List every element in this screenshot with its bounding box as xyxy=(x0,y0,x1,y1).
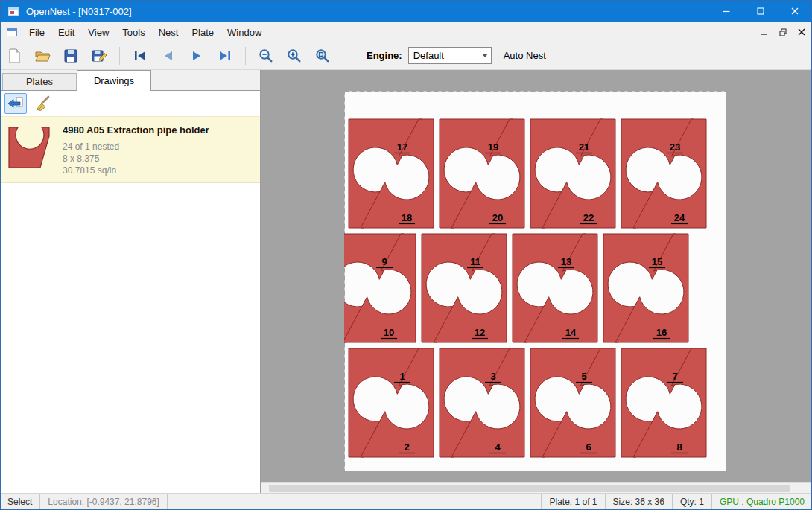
toolbar-separator xyxy=(245,47,246,65)
scrollbar-thumb[interactable] xyxy=(269,485,790,492)
part-number-label: 1 xyxy=(399,371,405,382)
drawing-info: 4980 A05 Extraction pipe holder 24 of 1 … xyxy=(63,123,209,176)
mdi-restore-icon xyxy=(779,28,787,36)
status-bar: Select Location: [-0.9437, 21.8796] Plat… xyxy=(0,493,812,510)
mdi-minimize-button[interactable] xyxy=(756,25,773,39)
first-plate-button[interactable] xyxy=(127,44,153,68)
drawings-toolbar xyxy=(0,91,260,116)
status-size: Size: 36 x 36 xyxy=(606,494,673,510)
part-number-label: 10 xyxy=(384,327,394,338)
part-number-label: 19 xyxy=(488,141,498,153)
maximize-button[interactable] xyxy=(743,0,778,22)
status-spacer xyxy=(168,494,542,510)
drawing-area: 30.7815 sq/in xyxy=(63,165,209,176)
menu-item-edit[interactable]: Edit xyxy=(51,24,81,41)
save-edit-icon xyxy=(91,48,107,64)
zoom-out-button[interactable] xyxy=(253,44,279,68)
mdi-close-icon xyxy=(798,28,805,36)
plate-sheet[interactable]: 171819202122232491011121314151612345678 xyxy=(344,91,726,471)
next-plate-button[interactable] xyxy=(183,44,210,68)
part-number-label: 7 xyxy=(672,371,677,382)
part-number-label: 8 xyxy=(676,442,682,453)
part-number-label: 6 xyxy=(586,442,591,453)
menu-item-tools[interactable]: Tools xyxy=(115,24,151,41)
drawing-list-item[interactable]: 4980 A05 Extraction pipe holder 24 of 1 … xyxy=(0,116,260,183)
previous-icon xyxy=(160,48,177,64)
zoom-in-icon xyxy=(286,48,302,64)
drawing-size: 8 x 8.375 xyxy=(63,153,209,165)
part-number-label: 3 xyxy=(490,371,495,382)
mdi-document-icon xyxy=(6,26,18,38)
save-button[interactable] xyxy=(57,44,84,68)
next-icon xyxy=(188,48,205,64)
engine-selected-value: Default xyxy=(409,50,479,61)
engine-select[interactable]: Default xyxy=(408,47,492,64)
new-document-icon xyxy=(6,48,22,64)
engine-label: Engine: xyxy=(367,50,402,61)
part-number-label: 5 xyxy=(581,371,586,382)
save-as-button[interactable] xyxy=(86,44,112,68)
app-icon xyxy=(7,4,20,18)
menu-item-file[interactable]: File xyxy=(22,24,51,41)
zoom-out-icon xyxy=(258,48,274,64)
menu-item-plate[interactable]: Plate xyxy=(185,24,221,41)
open-folder-icon xyxy=(34,48,51,64)
clear-button[interactable] xyxy=(31,93,54,114)
save-icon xyxy=(63,48,79,64)
status-mode: Select xyxy=(0,494,40,510)
tab-strip: Plates Drawings xyxy=(0,70,260,91)
part-number-label: 18 xyxy=(402,212,412,223)
part-number-label: 9 xyxy=(381,256,387,267)
maximize-icon xyxy=(757,7,764,15)
open-button[interactable] xyxy=(29,44,56,68)
part-number-label: 11 xyxy=(470,256,480,267)
part-number-label: 4 xyxy=(495,442,501,453)
previous-plate-button[interactable] xyxy=(155,44,182,68)
minimize-icon xyxy=(723,7,730,15)
menu-bar: File Edit View Tools Nest Plate Window xyxy=(0,22,812,42)
title-bar: OpenNest - [N0317-002] xyxy=(0,0,812,22)
last-icon xyxy=(217,48,233,64)
part-number-label: 2 xyxy=(404,442,409,453)
part-thumbnail xyxy=(7,123,51,169)
new-button[interactable] xyxy=(1,44,28,68)
nest-canvas[interactable]: 171819202122232491011121314151612345678 xyxy=(261,70,812,482)
last-plate-button[interactable] xyxy=(212,44,238,68)
tab-drawings[interactable]: Drawings xyxy=(77,70,151,91)
tab-plates[interactable]: Plates xyxy=(2,73,77,90)
status-qty: Qty: 1 xyxy=(673,494,712,510)
mdi-restore-button[interactable] xyxy=(775,25,791,39)
arrow-left-page-icon xyxy=(7,95,25,112)
auto-nest-button[interactable]: Auto Nest xyxy=(504,50,546,61)
minimize-button[interactable] xyxy=(709,0,743,22)
status-location: Location: [-0.9437, 21.8796] xyxy=(40,494,168,510)
part-number-label: 22 xyxy=(583,212,594,223)
status-plate: Plate: 1 of 1 xyxy=(542,494,605,510)
drawing-title: 4980 A05 Extraction pipe holder xyxy=(63,124,209,136)
zoom-in-button[interactable] xyxy=(281,44,308,68)
send-to-nest-button[interactable] xyxy=(4,93,27,114)
window-title: OpenNest - [N0317-002] xyxy=(26,6,709,17)
horizontal-scrollbar[interactable] xyxy=(261,482,812,493)
status-gpu: GPU : Quadro P1000 xyxy=(712,494,812,510)
menu-item-window[interactable]: Window xyxy=(221,24,268,41)
part-number-label: 21 xyxy=(579,141,589,153)
menu-item-view[interactable]: View xyxy=(81,24,115,41)
part-number-label: 14 xyxy=(565,327,577,338)
part-number-label: 20 xyxy=(492,212,503,223)
first-icon xyxy=(132,48,148,64)
part-number-label: 23 xyxy=(670,141,680,153)
menu-item-nest[interactable]: Nest xyxy=(152,24,185,41)
mdi-close-button[interactable] xyxy=(793,25,810,39)
main-toolbar: Engine: Default Auto Nest xyxy=(0,42,812,70)
zoom-fit-icon xyxy=(314,48,331,64)
part-number-label: 13 xyxy=(561,256,571,267)
broom-icon xyxy=(34,95,51,112)
toolbar-separator xyxy=(119,47,120,65)
drawing-nested-count: 24 of 1 nested xyxy=(63,141,209,153)
close-icon xyxy=(791,7,799,15)
zoom-fit-button[interactable] xyxy=(309,44,336,68)
close-button[interactable] xyxy=(778,0,812,22)
part-number-label: 17 xyxy=(397,141,407,153)
part-number-label: 24 xyxy=(674,212,685,223)
